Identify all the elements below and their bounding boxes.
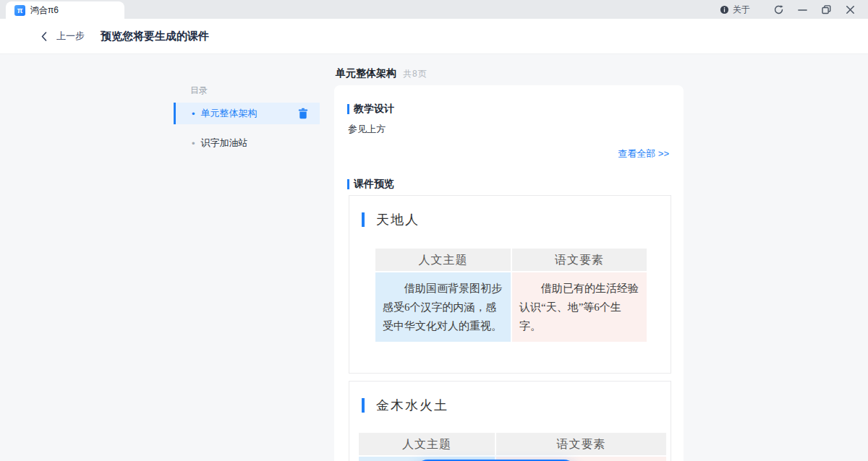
restore-icon — [821, 4, 832, 15]
courseware-preview-section-title: 课件预览 — [347, 178, 394, 191]
column-header: 语文要素 — [512, 249, 647, 271]
app-logo-icon: π — [14, 5, 25, 16]
column-header: 语文要素 — [496, 433, 666, 455]
catalog-title: 目录 — [190, 85, 208, 97]
page-count: 共8页 — [403, 68, 427, 80]
preview-panel: 教学设计 参见上方 查看全部 >> 课件预览 天地人 人文主题 语文要素 借助国… — [334, 85, 684, 461]
preview-card-jinmushuihuotu: 金木水火土 人文主题 语文要素 借助听读、联系生活、看图想象 — [349, 381, 671, 461]
column-header: 人文主题 — [359, 433, 495, 455]
section-bar — [347, 179, 349, 189]
view-all-link[interactable]: 查看全部 >> — [618, 147, 669, 160]
app-header: 上一步 预览您将要生成的课件 — [0, 19, 868, 54]
close-icon — [845, 4, 856, 15]
info-icon — [720, 5, 729, 14]
app-tab-title: 鸿合π6 — [30, 4, 59, 17]
restore-button[interactable] — [814, 0, 838, 19]
refresh-icon — [773, 4, 784, 15]
sidebar-item-unit-structure[interactable]: • 单元整体架构 — [174, 103, 320, 124]
card-title: 金木水火土 — [376, 397, 448, 414]
chevron-left-icon — [41, 32, 47, 41]
card-title: 天地人 — [376, 211, 420, 228]
back-button[interactable]: 上一步 — [41, 30, 85, 43]
trash-icon[interactable] — [298, 108, 308, 119]
section-bar — [347, 104, 349, 114]
minimize-icon — [797, 4, 808, 15]
refresh-button[interactable] — [767, 0, 791, 19]
page-title: 预览您将要生成的课件 — [101, 30, 209, 43]
bullet-icon: • — [192, 138, 195, 149]
sidebar-item-label: 识字加油站 — [201, 137, 248, 150]
teaching-design-section-title: 教学设计 — [347, 103, 394, 116]
card-table: 人文主题 语文要素 借助听读、联系生活、看图想象 — [359, 433, 666, 461]
close-button[interactable] — [838, 0, 862, 19]
card-table: 人文主题 语文要素 借助国画背景图初步感受6个汉字的内涵，感受中华文化对人的重视… — [375, 249, 647, 342]
teaching-design-body: 参见上方 — [348, 123, 386, 136]
about-label: 关于 — [733, 4, 750, 16]
app-tab[interactable]: π 鸿合π6 — [6, 1, 124, 19]
column-header: 人文主题 — [375, 249, 511, 271]
sidebar-item-literacy-station[interactable]: • 识字加油站 — [174, 132, 320, 154]
content-title: 单元整体架构 — [336, 67, 396, 80]
table-cell-humanities: 借助国画背景图初步感受6个汉字的内涵，感受中华文化对人的重视。 — [375, 272, 511, 342]
table-cell-language: 借助已有的生活经验认识“天、地”等6个生字。 — [512, 272, 647, 342]
content-area: 目录 • 单元整体架构 • 识字加油站 单元整体架构 共8页 教学设计 参见上方… — [0, 54, 868, 461]
card-bar — [362, 398, 365, 413]
window-tab-bar: π 鸿合π6 关于 — [0, 0, 868, 19]
minimize-button[interactable] — [791, 0, 814, 19]
about-button[interactable]: 关于 — [713, 0, 757, 19]
bullet-icon: • — [192, 108, 195, 119]
back-label: 上一步 — [56, 30, 85, 43]
sidebar-item-label: 单元整体架构 — [201, 107, 258, 120]
card-bar — [362, 212, 365, 227]
preview-card-tiandiren: 天地人 人文主题 语文要素 借助国画背景图初步感受6个汉字的内涵，感受中华文化对… — [349, 195, 671, 374]
